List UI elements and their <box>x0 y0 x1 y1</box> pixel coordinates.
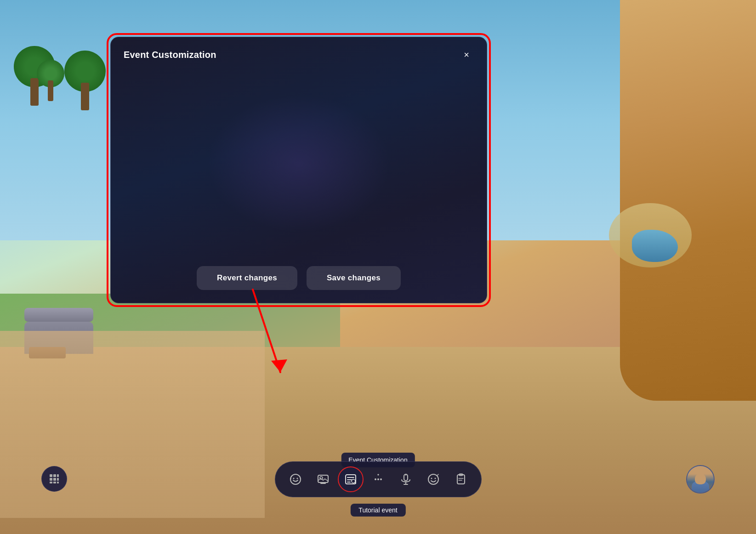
modal-title: Event Customization <box>124 50 216 60</box>
toolbar-button-more[interactable] <box>365 466 391 492</box>
modal-body <box>111 70 487 257</box>
revert-changes-button[interactable]: Revert changes <box>197 266 297 290</box>
svg-point-11 <box>290 474 301 484</box>
scenes-icon <box>317 473 330 486</box>
svg-rect-16 <box>320 483 326 484</box>
reactions-icon <box>289 473 302 486</box>
svg-point-30 <box>431 478 432 479</box>
svg-rect-32 <box>457 475 465 484</box>
emoji-icon <box>427 473 440 486</box>
grid-icon <box>49 474 59 484</box>
modal-header: Event Customization × <box>111 37 487 70</box>
avatar-head <box>695 473 706 484</box>
modal-footer: Revert changes Save changes <box>111 257 487 303</box>
toolbar-button-mic[interactable] <box>393 466 419 492</box>
share-icon <box>455 473 467 486</box>
svg-rect-7 <box>57 478 59 481</box>
modal-panel: Event Customization × Revert changes Sav… <box>110 37 487 303</box>
close-button[interactable]: × <box>459 47 474 62</box>
more-icon <box>372 473 385 486</box>
svg-rect-14 <box>318 475 328 483</box>
ui-layer: Event Customization × Revert changes Sav… <box>0 0 756 534</box>
toolbar-button-customization[interactable] <box>338 466 364 492</box>
customization-icon <box>344 473 357 486</box>
svg-point-13 <box>296 478 298 479</box>
svg-rect-4 <box>57 474 59 477</box>
toolbar-button-share[interactable] <box>448 466 474 492</box>
toolbar-button-reactions[interactable] <box>283 466 308 492</box>
event-customization-modal: Event Customization × Revert changes Sav… <box>110 37 487 303</box>
svg-line-22 <box>355 483 356 483</box>
svg-rect-2 <box>50 474 52 477</box>
svg-marker-1 <box>271 359 287 372</box>
svg-point-23 <box>375 478 376 480</box>
svg-rect-10 <box>57 482 59 483</box>
svg-rect-3 <box>53 474 56 477</box>
event-label: Tutorial event <box>350 504 405 517</box>
save-changes-button[interactable]: Save changes <box>307 266 401 290</box>
svg-point-31 <box>434 478 436 479</box>
svg-rect-5 <box>50 478 52 481</box>
svg-point-25 <box>380 478 382 480</box>
svg-rect-6 <box>53 478 56 481</box>
mic-icon <box>399 473 412 486</box>
svg-rect-8 <box>50 482 52 483</box>
main-toolbar <box>275 461 482 497</box>
toolbar-button-scenes[interactable] <box>310 466 336 492</box>
svg-point-24 <box>377 478 379 480</box>
modal-glow <box>207 95 391 233</box>
avatar-button[interactable] <box>686 465 715 494</box>
svg-rect-9 <box>53 482 56 483</box>
avatar-figure <box>687 466 714 493</box>
svg-point-12 <box>293 478 294 479</box>
grid-button[interactable] <box>41 466 67 492</box>
toolbar-button-emoji[interactable] <box>421 466 446 492</box>
